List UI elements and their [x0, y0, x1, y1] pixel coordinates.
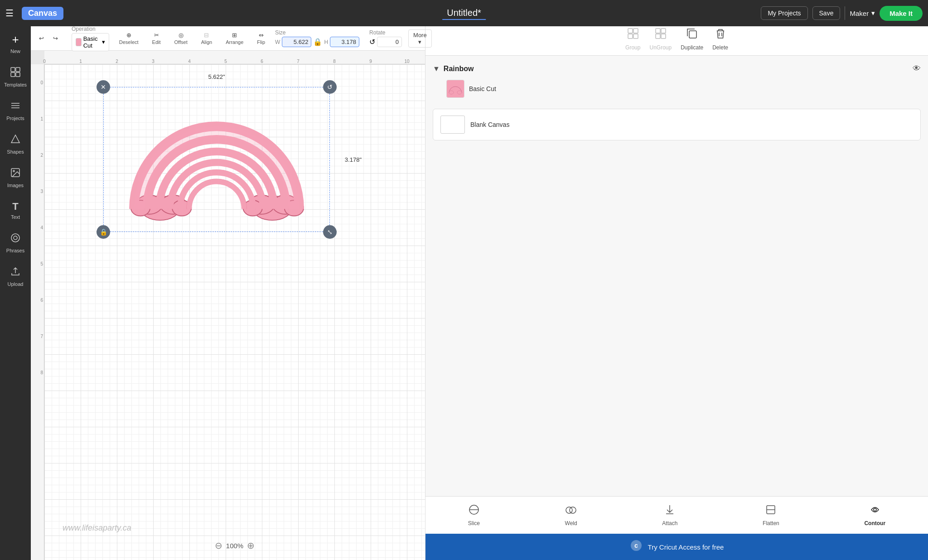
ruler-tick-7: 7: [297, 59, 300, 64]
sidebar-item-images[interactable]: Images: [0, 161, 31, 194]
maker-selector[interactable]: Maker ▾: [850, 9, 875, 17]
watermark: www.lifeisaparty.ca: [63, 523, 131, 533]
sidebar-new-label: New: [10, 48, 20, 54]
sidebar-item-upload[interactable]: Upload: [0, 260, 31, 293]
topbar: ☰ Canvas Untitled* My Projects Save Make…: [0, 0, 928, 26]
undo-button[interactable]: ↩: [35, 33, 48, 43]
layer-group-name: Rainbow: [444, 65, 909, 73]
sidebar-item-shapes[interactable]: Shapes: [0, 127, 31, 161]
layer-group-arrow[interactable]: ▼: [433, 65, 440, 73]
rotate-input[interactable]: [377, 37, 402, 47]
contour-tool[interactable]: Contour: [859, 501, 891, 529]
ruler-vtick-4: 4: [40, 225, 43, 230]
arrange-button[interactable]: ⊞ Arrange: [222, 30, 247, 47]
ruler-left: 0 1 2 3 4 5 6 7 8: [31, 64, 44, 560]
svg-rect-20: [633, 29, 638, 33]
edit-label: Edit: [152, 39, 161, 45]
offset-button[interactable]: ◎ Offset: [171, 30, 191, 47]
flip-button[interactable]: ⇔ Flip: [253, 30, 269, 47]
svg-point-30: [457, 91, 462, 94]
layer-item-basic-cut[interactable]: Basic Cut: [442, 77, 921, 101]
svg-rect-1: [16, 68, 20, 72]
rainbow-graphic[interactable]: [108, 92, 325, 227]
sidebar-item-phrases[interactable]: Phrases: [0, 226, 31, 260]
my-projects-button[interactable]: My Projects: [761, 6, 807, 20]
edit-button[interactable]: ✂ Edit: [149, 30, 164, 47]
projects-icon: [10, 100, 21, 114]
arrange-icon: ⊞: [232, 32, 237, 39]
ruler-top: 0 1 2 3 4 5 6 7 8 9 10 11: [44, 51, 425, 64]
sidebar-item-projects[interactable]: Projects: [0, 94, 31, 127]
ruler-vtick-3: 3: [40, 189, 43, 194]
sidebar-projects-label: Projects: [6, 116, 24, 121]
rotate-icon: ↺: [369, 38, 375, 46]
text-icon: T: [12, 201, 18, 212]
grid-area[interactable]: ✕ ↺ 🔒 ⤡ 5.622" 3.178": [44, 64, 425, 560]
width-input[interactable]: [282, 37, 311, 47]
duplicate-action[interactable]: Duplicate: [681, 27, 703, 51]
svg-point-7: [11, 234, 19, 242]
redo-button[interactable]: ↪: [49, 33, 62, 43]
align-button[interactable]: ⊟ Align: [198, 30, 216, 47]
offset-label: Offset: [174, 39, 188, 45]
slice-label: Slice: [468, 520, 480, 526]
attach-icon: [664, 504, 676, 518]
height-input[interactable]: [330, 37, 359, 47]
operation-chevron-icon: ▾: [102, 39, 105, 45]
ungroup-action[interactable]: UnGroup: [649, 27, 672, 51]
handle-lock[interactable]: 🔒: [97, 225, 110, 239]
canvas-object[interactable]: ✕ ↺ 🔒 ⤡ 5.622" 3.178": [103, 87, 330, 232]
app-logo: Canvas: [22, 7, 63, 20]
deselect-icon: ⊕: [126, 32, 131, 39]
align-icon: ⊟: [204, 32, 209, 39]
more-button[interactable]: More ▾: [408, 29, 432, 48]
ruler-tick-3: 3: [152, 59, 155, 64]
delete-action[interactable]: Delete: [712, 27, 728, 51]
svg-point-34: [570, 507, 576, 513]
layer-thumbnail: [446, 80, 464, 98]
layer-group-header: ▼ Rainbow 👁: [433, 64, 921, 73]
svg-rect-24: [661, 29, 666, 33]
canvas-area[interactable]: 0 1 2 3 4 5 6 7 8 9 10 11 0 1 2 3 4 5 6 …: [31, 51, 425, 560]
deselect-button[interactable]: ⊕ Deselect: [116, 30, 142, 47]
make-it-button[interactable]: Make It: [880, 6, 923, 21]
save-button[interactable]: Save: [812, 6, 841, 20]
slice-tool[interactable]: Slice: [463, 501, 485, 529]
layer-visibility-icon[interactable]: 👁: [913, 64, 921, 73]
arrange-label: Arrange: [226, 39, 243, 45]
handle-resize[interactable]: ⤡: [323, 225, 337, 239]
flatten-tool[interactable]: Flatten: [757, 501, 785, 529]
blank-canvas-item[interactable]: Blank Canvas: [433, 109, 921, 140]
hamburger-menu[interactable]: ☰: [5, 8, 14, 19]
document-title[interactable]: Untitled*: [442, 7, 486, 20]
attach-tool[interactable]: Attach: [657, 501, 683, 529]
rotate-label: Rotate: [369, 29, 402, 36]
flip-label: Flip: [257, 39, 265, 45]
zoom-level: 100%: [226, 542, 243, 550]
templates-icon: [10, 67, 21, 80]
new-icon: +: [12, 33, 19, 47]
zoom-in-button[interactable]: ⊕: [247, 540, 255, 551]
ruler-tick-2: 2: [116, 59, 118, 64]
svg-marker-4: [11, 135, 19, 143]
sidebar-item-text[interactable]: T Text: [0, 194, 31, 226]
weld-tool[interactable]: Weld: [560, 501, 583, 529]
svg-rect-22: [633, 34, 638, 39]
sidebar-item-templates[interactable]: Templates: [0, 60, 31, 94]
phrases-icon: [10, 232, 21, 246]
group-action[interactable]: Group: [625, 27, 640, 51]
svg-point-6: [13, 170, 14, 172]
svg-rect-28: [689, 31, 696, 38]
blank-canvas-label: Blank Canvas: [470, 121, 509, 128]
svg-rect-19: [628, 29, 633, 33]
cricut-access-bar[interactable]: c Try Cricut Access for free: [425, 534, 928, 560]
bottom-tools: Slice Weld Attach: [425, 496, 928, 534]
cricut-access-label: Try Cricut Access for free: [648, 543, 724, 551]
delete-label: Delete: [712, 44, 728, 51]
ruler-tick-1: 1: [79, 59, 82, 64]
zoom-out-button[interactable]: ⊖: [215, 540, 222, 551]
slice-icon: [468, 504, 480, 518]
flatten-icon: [765, 504, 777, 518]
operation-select[interactable]: Basic Cut ▾: [72, 33, 109, 51]
sidebar-item-new[interactable]: + New: [0, 26, 31, 60]
